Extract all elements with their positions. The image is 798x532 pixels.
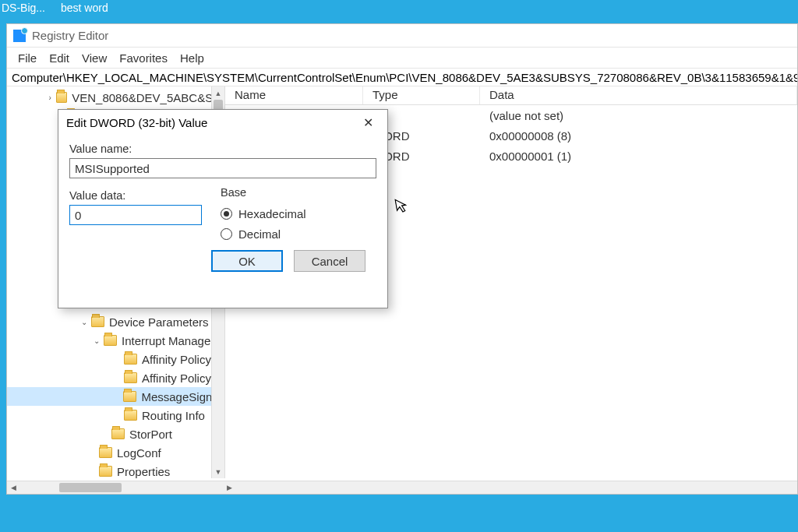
tree-row[interactable]: MessageSignal — [7, 387, 224, 406]
base-group: Base Hexadecimal Decimal — [221, 186, 306, 244]
titlebar[interactable]: Registry Editor — [7, 24, 797, 48]
radio-decimal[interactable]: Decimal — [221, 224, 306, 244]
dialog-titlebar[interactable]: Edit DWORD (32-bit) Value ✕ — [58, 110, 387, 135]
cancel-button[interactable]: Cancel — [294, 250, 365, 272]
scroll-right-icon[interactable]: ▶ — [223, 481, 236, 494]
tree-row[interactable]: ›VEN_8086&DEV_5ABC&SU — [7, 88, 224, 107]
menu-view[interactable]: View — [77, 50, 111, 66]
folder-icon — [124, 410, 137, 421]
tree-row[interactable]: LogConf — [7, 443, 224, 462]
chevron-icon[interactable]: › — [45, 93, 55, 102]
tree-label: Affinity Policy — [142, 353, 214, 366]
tree-label: Routing Info — [142, 409, 208, 422]
tree-row[interactable]: Routing Info — [7, 406, 224, 425]
menu-file[interactable]: File — [13, 50, 41, 66]
value-name-label: Value name: — [69, 143, 376, 155]
close-icon[interactable]: ✕ — [356, 115, 380, 130]
chevron-icon[interactable]: ⌄ — [79, 318, 90, 326]
folder-icon — [99, 466, 112, 477]
radio-label: Decimal — [238, 227, 281, 241]
menu-help[interactable]: Help — [175, 50, 209, 66]
menu-favorites[interactable]: Favorites — [115, 50, 172, 66]
cell-data: 0x00000001 (1) — [480, 150, 797, 163]
tree-row[interactable]: Affinity Policy - — [7, 368, 224, 387]
tree-row[interactable]: Affinity Policy — [7, 350, 224, 368]
value-name-input[interactable] — [69, 158, 376, 178]
cell-data: (value not set) — [480, 109, 797, 122]
radio-icon[interactable] — [221, 208, 232, 220]
folder-icon — [124, 372, 137, 383]
ok-button[interactable]: OK — [211, 250, 283, 272]
scroll-left-icon[interactable]: ◀ — [7, 481, 20, 494]
column-type[interactable]: Type — [363, 86, 480, 104]
column-data[interactable]: Data — [480, 86, 797, 104]
window-title: Registry Editor — [32, 29, 108, 42]
taskbar-item[interactable]: best word — [61, 2, 108, 14]
menu-bar: File Edit View Favorites Help — [7, 48, 797, 68]
folder-icon — [91, 316, 104, 327]
column-name[interactable]: Name — [225, 86, 363, 104]
folder-icon — [99, 447, 112, 458]
tree-label: Interrupt Manager — [122, 334, 217, 347]
dialog-title: Edit DWORD (32-bit) Value — [66, 116, 207, 129]
tree-label: VEN_8086&DEV_5ABC&SU — [72, 91, 224, 104]
edit-dword-dialog: Edit DWORD (32-bit) Value ✕ Value name: … — [58, 109, 388, 308]
tree-row[interactable]: ⌄Device Parameters — [7, 312, 224, 331]
regedit-app-icon — [13, 30, 26, 42]
scroll-down-icon[interactable]: ▼ — [212, 465, 224, 478]
folder-icon — [104, 335, 117, 346]
cell-data: 0x00000008 (8) — [480, 129, 797, 143]
tree-label: Affinity Policy - — [142, 372, 221, 385]
tree-row[interactable]: ⌄Interrupt Manager — [7, 331, 224, 350]
folder-icon — [56, 92, 67, 103]
folder-icon — [123, 391, 136, 402]
taskbar-item[interactable]: DS-Big... — [2, 2, 45, 14]
address-bar[interactable]: Computer\HKEY_LOCAL_MACHINE\SYSTEM\Curre… — [7, 68, 797, 86]
radio-icon[interactable] — [221, 228, 232, 240]
desktop-taskbar-titles: DS-Big... best word — [0, 2, 108, 14]
tree-label: StorPort — [129, 428, 175, 441]
tree-row[interactable]: Properties — [7, 462, 224, 478]
tree-label: Properties — [117, 465, 173, 478]
tree-label: Device Parameters — [109, 315, 212, 329]
menu-edit[interactable]: Edit — [44, 50, 74, 66]
base-label: Base — [221, 186, 306, 199]
tree-row[interactable]: StorPort — [7, 425, 224, 443]
value-data-label: Value data: — [69, 189, 202, 202]
tree-label: LogConf — [117, 446, 164, 460]
folder-icon — [124, 354, 137, 365]
folder-icon — [111, 428, 125, 439]
chevron-icon[interactable]: ⌄ — [91, 336, 102, 345]
scroll-thumb[interactable] — [59, 483, 122, 492]
radio-label: Hexadecimal — [238, 207, 306, 220]
radio-hexadecimal[interactable]: Hexadecimal — [221, 203, 306, 224]
list-header[interactable]: Name Type Data — [225, 86, 797, 105]
value-data-input[interactable] — [69, 205, 202, 225]
tree-horizontal-scrollbar[interactable]: ◀ ▶ — [7, 481, 797, 494]
scroll-up-icon[interactable]: ▲ — [212, 86, 224, 100]
